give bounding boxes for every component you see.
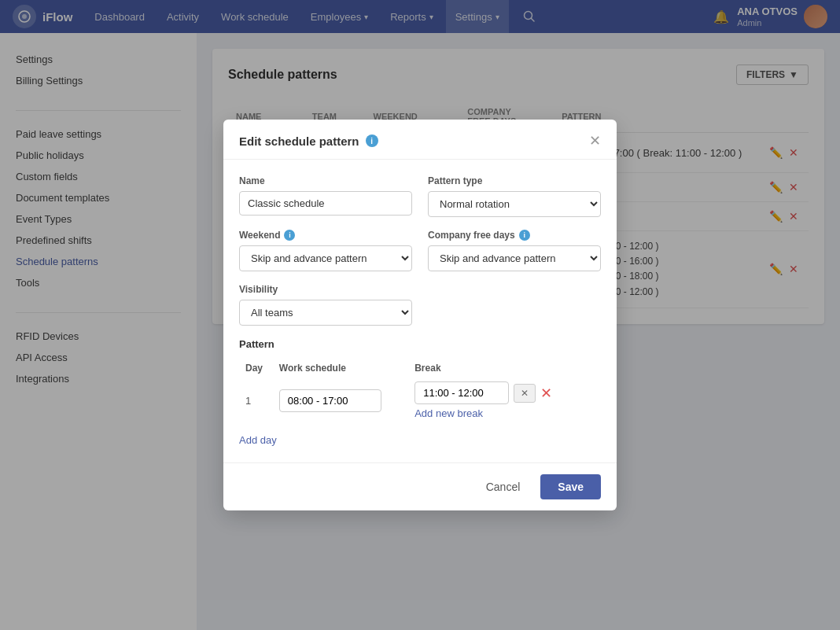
pattern-col-break: Break xyxy=(410,359,586,377)
cancel-button[interactable]: Cancel xyxy=(473,474,533,499)
form-row-3: Visibility All teams Specific teams xyxy=(239,284,601,326)
pattern-section: Pattern Day Work schedule Break 1 xyxy=(239,338,601,447)
company-free-days-select[interactable]: Skip and advance pattern Normal rotation… xyxy=(428,245,601,271)
modal-body: Name Pattern type Normal rotation Fixed … xyxy=(223,160,617,462)
company-free-days-info-icon[interactable]: i xyxy=(519,230,530,241)
info-icon[interactable]: i xyxy=(366,134,378,147)
weekend-label: Weekend i xyxy=(239,230,412,241)
pattern-row: 1 ✕ ✕ Add new xyxy=(241,378,599,423)
modal-overlay[interactable]: Edit schedule pattern i ✕ Name Pattern t… xyxy=(0,0,840,630)
save-button[interactable]: Save xyxy=(540,474,601,499)
pattern-break-cell: ✕ ✕ Add new break xyxy=(410,378,586,423)
pattern-section-title: Pattern xyxy=(239,338,601,350)
modal-close-button[interactable]: ✕ xyxy=(589,134,601,148)
pattern-table: Day Work schedule Break 1 xyxy=(239,358,601,425)
pattern-col-action xyxy=(588,359,599,377)
company-free-days-field-group: Company free days i Skip and advance pat… xyxy=(428,230,601,271)
visibility-field-group: Visibility All teams Specific teams xyxy=(239,284,412,326)
pattern-day-number: 1 xyxy=(241,378,273,423)
form-row-1: Name Pattern type Normal rotation Fixed … xyxy=(239,175,601,217)
work-schedule-input[interactable] xyxy=(279,389,381,412)
add-new-break-link[interactable]: Add new break xyxy=(414,407,483,419)
break-input[interactable] xyxy=(414,381,509,404)
weekend-info-icon[interactable]: i xyxy=(284,230,295,241)
pattern-col-day: Day xyxy=(241,359,273,377)
visibility-label: Visibility xyxy=(239,284,412,295)
company-free-days-label: Company free days i xyxy=(428,230,601,241)
modal-footer: Cancel Save xyxy=(223,462,617,510)
weekend-field-group: Weekend i Skip and advance pattern Norma… xyxy=(239,230,412,271)
edit-schedule-pattern-modal: Edit schedule pattern i ✕ Name Pattern t… xyxy=(223,120,617,510)
pattern-type-select[interactable]: Normal rotation Fixed Skip and advance p… xyxy=(428,191,601,217)
break-delete-button[interactable]: ✕ xyxy=(540,385,552,402)
pattern-work-schedule-cell xyxy=(274,378,408,423)
break-clear-button[interactable]: ✕ xyxy=(514,384,536,403)
name-input[interactable] xyxy=(239,191,412,216)
pattern-col-work-schedule: Work schedule xyxy=(274,359,408,377)
modal-title: Edit schedule pattern i xyxy=(239,134,378,148)
visibility-select[interactable]: All teams Specific teams xyxy=(239,300,412,326)
weekend-select[interactable]: Skip and advance pattern Normal rotation… xyxy=(239,245,412,271)
pattern-type-field-group: Pattern type Normal rotation Fixed Skip … xyxy=(428,175,601,217)
form-row-2: Weekend i Skip and advance pattern Norma… xyxy=(239,230,601,271)
break-group: ✕ ✕ xyxy=(414,381,581,404)
visibility-placeholder xyxy=(428,284,601,326)
pattern-type-label: Pattern type xyxy=(428,175,601,186)
name-field-group: Name xyxy=(239,175,412,217)
name-label: Name xyxy=(239,175,412,186)
add-day-link[interactable]: Add day xyxy=(239,434,277,446)
modal-header: Edit schedule pattern i ✕ xyxy=(223,120,617,160)
